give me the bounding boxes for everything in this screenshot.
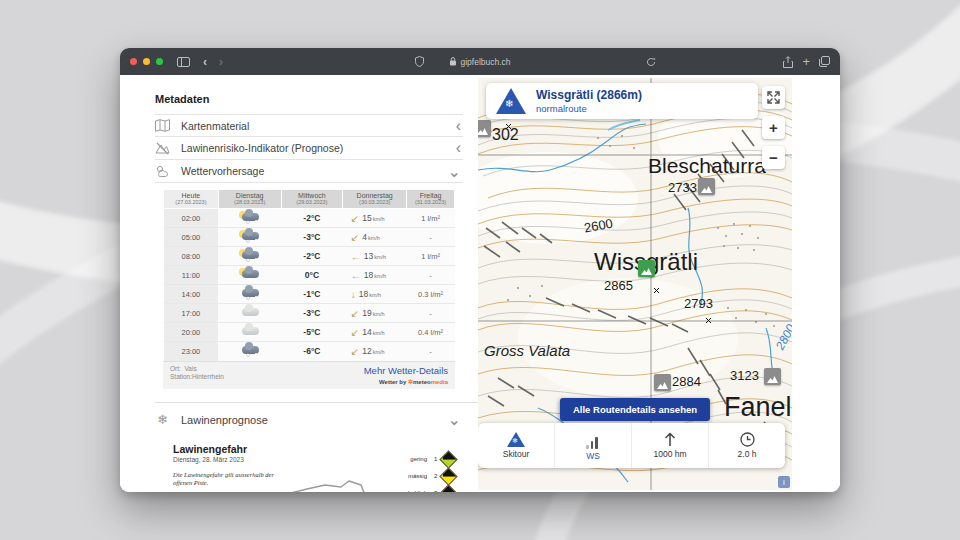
skitour-icon: [496, 88, 526, 114]
temperature-cell: -3°C: [281, 228, 343, 247]
precipitation-cell: -: [407, 304, 455, 323]
address-bar[interactable]: gipfelbuch.ch: [449, 57, 510, 67]
switzerland-map: ! Zürich St. Gallen: [213, 467, 383, 493]
weather-icon-cell: [218, 209, 281, 228]
forward-button[interactable]: ›: [219, 55, 223, 69]
weather-row: 20:00 -5°C ↙14km/h 0.4 l/m²: [164, 323, 455, 342]
back-button[interactable]: ‹: [203, 55, 207, 69]
route-details-button[interactable]: Alle Routendetails ansehen: [560, 398, 710, 421]
map-label-elevation: 2884: [672, 374, 701, 389]
tab-day-heute[interactable]: Heute(27.03.2023): [164, 190, 219, 209]
location-label: Ort:: [170, 365, 181, 372]
accordion-label: Lawinenrisiko-Indikator (Prognose): [181, 142, 456, 154]
time-cell: 23:00: [164, 342, 219, 361]
precipitation-cell: -: [407, 342, 455, 361]
map-info-icon[interactable]: i: [778, 476, 790, 488]
topo-map[interactable]: 302 Bleschaturra 2733 2600 Wissgrätli 28…: [478, 78, 792, 490]
wind-direction-icon: ←: [351, 251, 361, 262]
tab-overview-icon[interactable]: [819, 56, 830, 67]
weather-footer: Ort: Vals Station:Hinterrhein Mehr Wette…: [163, 361, 455, 389]
route-header-card[interactable]: Wissgrätli (2866m) normalroute: [486, 83, 758, 119]
share-icon[interactable]: [783, 56, 793, 68]
weather-row: 17:00 -3°C ↙19km/h -: [164, 304, 455, 323]
stat-difficulty[interactable]: WS: [554, 423, 631, 468]
more-weather-details-link[interactable]: Mehr Wetter-Details: [364, 365, 448, 376]
summit-marker[interactable]: [698, 178, 715, 195]
close-window-button[interactable]: [130, 58, 137, 65]
weather-icon-cell: [218, 342, 281, 361]
skitour-icon: [507, 432, 525, 447]
ascent-arrow-icon: [663, 432, 677, 447]
tab-day-donnerstag[interactable]: Donnerstag(30.03.2023): [343, 190, 407, 209]
station-value: Hinterrhein: [192, 373, 224, 380]
station-label: Station:: [170, 373, 192, 380]
time-cell: 17:00: [164, 304, 219, 323]
accordion-wettervorhersage[interactable]: Wettervorhersage ⌄: [155, 160, 463, 183]
wind-direction-icon: ↓: [351, 289, 356, 300]
minimize-window-button[interactable]: [143, 58, 150, 65]
danger-level-icon: [439, 484, 457, 492]
precipitation-cell: -: [407, 266, 455, 285]
weather-row: 23:00 -6°C ↙12km/h -: [164, 342, 455, 361]
zoom-out-button[interactable]: −: [762, 146, 785, 169]
weather-row: 08:00 -2°C ←13km/h 1 l/m²: [164, 247, 455, 266]
zoom-in-button[interactable]: +: [762, 116, 785, 139]
lock-icon: [449, 57, 456, 66]
tab-day-freitag[interactable]: Freitag(31.03.2023): [407, 190, 455, 209]
weather-day-header-row: Heute(27.03.2023) Dienstag(28.03.2023) M…: [164, 190, 455, 209]
avalanche-risk-icon: [155, 141, 170, 156]
cloud-snow-icon: [238, 344, 262, 357]
cloud-snow-icon: [238, 287, 262, 300]
url-text: gipfelbuch.ch: [460, 57, 510, 67]
temperature-cell: -2°C: [281, 247, 343, 266]
new-tab-icon[interactable]: +: [802, 55, 810, 68]
fullscreen-button[interactable]: [762, 86, 785, 109]
accordion-lawinenprognose[interactable]: ❄ Lawinenprognose ⌄: [155, 407, 463, 433]
tab-day-dienstag[interactable]: Dienstag(28.03.2023): [218, 190, 281, 209]
privacy-shield-icon[interactable]: [415, 56, 424, 67]
panel-title: Metadaten: [155, 93, 478, 105]
sidebar-icon[interactable]: [177, 57, 190, 67]
sun-cloud-snow-icon: [238, 211, 262, 224]
metadata-panel: Metadaten Kartenmaterial ‹ Lawinenrisiko…: [120, 75, 478, 492]
weather-icon-cell: [218, 285, 281, 304]
weather-icon: [155, 164, 170, 179]
accordion-kartenmaterial[interactable]: Kartenmaterial ‹: [155, 114, 463, 137]
wind-cell: ↙12km/h: [343, 342, 407, 361]
time-cell: 08:00: [164, 247, 219, 266]
weather-icon-cell: [218, 323, 281, 342]
danger-level-icon: [439, 450, 457, 468]
precipitation-cell: 0.4 l/m²: [407, 323, 455, 342]
stat-label: Skitour: [503, 449, 529, 459]
weather-icon-cell: [218, 304, 281, 323]
weather-row: 05:00 -3°C ↙4km/h -: [164, 228, 455, 247]
wind-cell: ↙19km/h: [343, 304, 407, 323]
tab-day-mittwoch[interactable]: Mittwoch(29.03.2023): [281, 190, 343, 209]
wind-cell: ↓18km/h: [343, 285, 407, 304]
active-summit-marker[interactable]: [638, 260, 655, 277]
route-title: Wissgrätli (2866m): [536, 88, 642, 102]
browser-window: ‹ › gipfelbuch.ch + Metadaten: [120, 48, 840, 492]
legend-row: mässig2: [389, 468, 465, 485]
clock-icon: [740, 432, 755, 447]
zoom-window-button[interactable]: [156, 58, 163, 65]
wind-cell: ↙15km/h: [343, 209, 407, 228]
stat-activity: Skitour: [478, 423, 554, 468]
danger-level-icon: [439, 467, 457, 485]
sun-cloud-icon: [238, 268, 262, 281]
wind-direction-icon: ↙: [351, 232, 359, 243]
route-stats-bar: Skitour WS 1000 hm 2.0 h: [478, 423, 785, 468]
weather-forecast-table: Heute(27.03.2023) Dienstag(28.03.2023) M…: [163, 189, 455, 361]
wind-direction-icon: ↙: [351, 213, 359, 224]
summit-marker[interactable]: [478, 120, 491, 137]
accordion-lawinenrisiko[interactable]: Lawinenrisiko-Indikator (Prognose) ‹: [155, 137, 463, 160]
map-label-bleschaturra: Bleschaturra: [648, 154, 766, 178]
temperature-cell: -1°C: [281, 285, 343, 304]
time-cell: 05:00: [164, 228, 219, 247]
reload-icon[interactable]: [646, 57, 656, 67]
wind-direction-icon: ↙: [351, 346, 359, 357]
section-divider: [155, 402, 478, 403]
summit-marker[interactable]: [764, 368, 781, 385]
page-content: Metadaten Kartenmaterial ‹ Lawinenrisiko…: [120, 75, 840, 492]
summit-marker[interactable]: [654, 374, 671, 391]
